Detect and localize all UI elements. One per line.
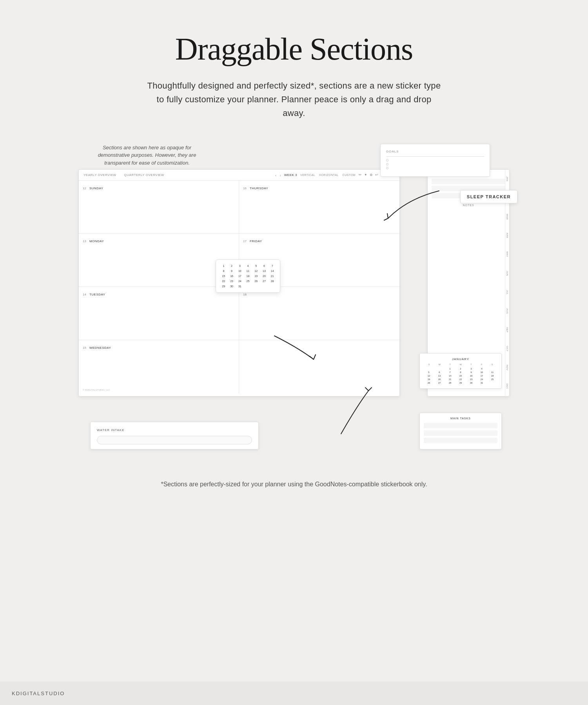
month-sep[interactable]: SEP (505, 321, 509, 339)
goal-circle-3 (386, 167, 388, 169)
main-tasks-card: MAIN TASKS (419, 413, 502, 449)
page-wrapper: Draggable Sections Thoughtfully designed… (0, 0, 588, 705)
month-dec[interactable]: DEC (505, 377, 509, 396)
mini-cal-day: 25 (244, 279, 252, 283)
quarterly-overview-tab[interactable]: QUARTERLY OVERVIEW (124, 173, 164, 177)
month-apr[interactable]: APR (505, 226, 509, 245)
mini-cal-day: 21 (269, 274, 276, 278)
goal-circle-1 (386, 159, 388, 161)
horizontal-view[interactable]: HORIZONTAL (319, 174, 339, 176)
notes-label: NOTES (432, 204, 505, 207)
day-16-thursday: 16 THURSDAY (239, 181, 399, 234)
month-jan[interactable]: JAN (505, 170, 509, 188)
goal-item-2 (386, 163, 484, 165)
main-tasks-title: MAIN TASKS (424, 417, 497, 420)
mini-cal-day: 22 (220, 279, 227, 283)
water-bar (97, 436, 252, 444)
mini-cal-day: 8 (220, 269, 227, 273)
mini-cal-day: 12 (252, 269, 260, 273)
task-line-1 (424, 423, 497, 428)
calendar-card: JANUARY S M T W T F S 1 2 3 4 5 6 7 (419, 353, 502, 389)
mini-cal-day: 20 (261, 274, 268, 278)
task-line-3 (424, 438, 497, 443)
month-oct[interactable]: OCT (505, 339, 509, 358)
month-jun[interactable]: JUN (505, 264, 509, 283)
mini-cal-grid: 1 2 3 4 5 6 7 8 9 10 11 12 13 14 15 16 1… (220, 264, 276, 288)
mini-cal-day: 31 (236, 284, 243, 288)
pencil-icon[interactable]: ✏ (359, 173, 362, 177)
day-13-monday: 13 MONDAY (79, 234, 239, 287)
brand-name: KDIGITALSTUDIO (12, 691, 65, 696)
month-mar[interactable]: MAR (505, 207, 509, 226)
mini-cal-day: 10 (236, 269, 243, 273)
cal-grid: 1 2 3 4 5 6 7 8 9 10 11 12 13 14 15 16 1… (424, 367, 497, 384)
month-jul[interactable]: JUL (505, 283, 509, 302)
sleep-tracker-badge: SLEEP TRACKER (460, 190, 517, 203)
mini-cal-day: 28 (269, 279, 276, 283)
mini-cal-popup: 1 2 3 4 5 6 7 8 9 10 11 12 13 14 15 16 1… (216, 259, 280, 293)
day-18: 18 (239, 287, 399, 340)
copyright-text: © KDIGITALSTUDIO, LLC (83, 389, 110, 391)
link-icon[interactable]: ⊕ (370, 173, 373, 177)
planner-nav-right: ‹ › WEEK 3 VERTICAL HORIZONTAL CUSTOM ✏ … (275, 173, 395, 177)
sparkle-icon[interactable]: ✦ (364, 173, 367, 177)
day-empty (239, 340, 399, 393)
task-line-2 (424, 430, 497, 436)
mini-cal-day: 17 (236, 274, 243, 278)
month-aug[interactable]: AUG (505, 302, 509, 321)
mini-cal-day: 29 (220, 284, 227, 288)
mini-cal-day: 7 (269, 264, 276, 268)
mini-cal-day: 5 (252, 264, 260, 268)
goal-item-3 (386, 167, 484, 169)
mini-cal-day: 23 (228, 279, 236, 283)
mini-cal-day: 11 (244, 269, 252, 273)
calendar-title: JANUARY (424, 357, 497, 361)
notes-section: NOTES (432, 204, 505, 209)
main-title: Draggable Sections (175, 31, 413, 67)
day-15-wednesday: 15 WEDNESDAY © KDIGITALSTUDIO, LLC (79, 340, 239, 393)
undo-icon[interactable]: ↩ (375, 173, 378, 177)
mini-cal-day: 27 (261, 279, 268, 283)
note-text: Sections are shown here as opaque for de… (86, 144, 208, 167)
demo-area: Sections are shown here as opaque for de… (78, 144, 510, 449)
cal-header: S M T W T F S (424, 363, 497, 366)
week-label: WEEK 3 (284, 173, 297, 177)
prev-arrow[interactable]: ‹ (275, 173, 276, 177)
brand-footer: KDIGITALSTUDIO (0, 681, 588, 705)
mini-cal-day: 14 (269, 269, 276, 273)
goals-card: GOALS (380, 144, 490, 177)
month-tabs: JAN FEB MAR APR MAY JUN JUL AUG SEP OCT … (505, 170, 509, 396)
custom-view[interactable]: CUSTOM (343, 174, 356, 176)
mini-cal-day: 13 (261, 269, 268, 273)
month-nov[interactable]: NOV (505, 358, 509, 377)
footer-note: *Sections are perfectly-sized for your p… (161, 481, 427, 488)
water-title: WATER INTAKE (97, 428, 252, 432)
mini-cal-day: 3 (236, 264, 243, 268)
day-12-sunday: 12 SUNDAY (79, 181, 239, 234)
goals-divider (386, 156, 484, 157)
mini-cal-day: 1 (220, 264, 227, 268)
mini-cal-day: 30 (228, 284, 236, 288)
mini-cal-day: 24 (236, 279, 243, 283)
mini-cal-day: 19 (252, 274, 260, 278)
planner-nav: YEARLY OVERVIEW QUARTERLY OVERVIEW ‹ › W… (79, 170, 399, 181)
goal-item-1 (386, 159, 484, 161)
mini-cal-day: 4 (244, 264, 252, 268)
planner-left-col: 12 SUNDAY 13 MONDAY 14 TUESDAY 15 WEDNES… (79, 181, 239, 393)
mini-cal-day: 6 (261, 264, 268, 268)
goal-circle-2 (386, 163, 388, 165)
next-arrow[interactable]: › (279, 173, 281, 177)
planner-nav-tabs: YEARLY OVERVIEW QUARTERLY OVERVIEW (83, 173, 164, 177)
mini-cal-day: 2 (228, 264, 236, 268)
vertical-view[interactable]: VERTICAL (300, 174, 315, 176)
yearly-overview-tab[interactable]: YEARLY OVERVIEW (83, 173, 116, 177)
subtitle: Thoughtfully designed and perfectly size… (145, 79, 443, 120)
mini-cal-day: 16 (228, 274, 236, 278)
mini-cal-day: 18 (244, 274, 252, 278)
mini-cal-day: 9 (228, 269, 236, 273)
month-may[interactable]: MAY (505, 245, 509, 264)
mini-cal-day: 15 (220, 274, 227, 278)
view-options: VERTICAL HORIZONTAL CUSTOM (300, 174, 356, 176)
water-intake-card: WATER INTAKE (90, 422, 259, 449)
mini-cal-day: 26 (252, 279, 260, 283)
